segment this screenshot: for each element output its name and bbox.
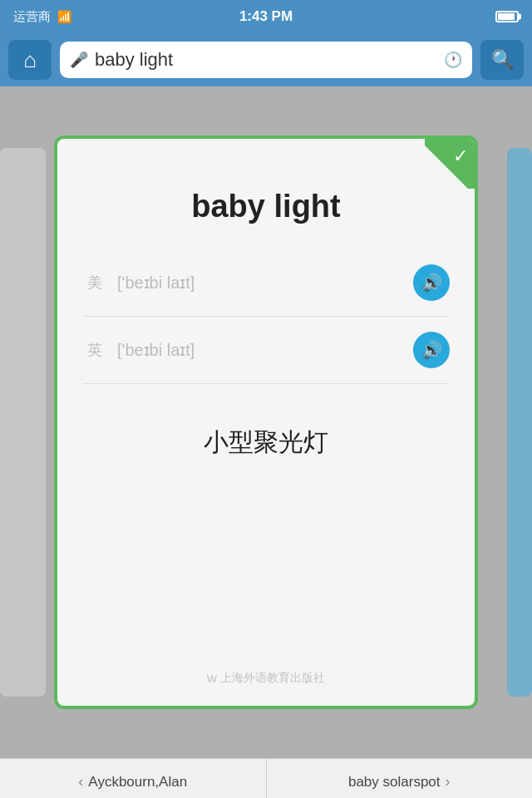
phonetic-us: ['beɪbi laɪt] [117,273,403,293]
home-icon: ⌂ [23,47,37,73]
prev-label: Ayckbourn,Alan [88,774,187,791]
side-card-left [0,148,46,697]
pronunciation-section: 美 ['beɪbi laɪt] 🔊 英 ['beɪbi laɪt] 🔊 [57,249,475,384]
battery-icon [495,11,519,22]
dictionary-card: ✓ baby light 美 ['beɪbi laɪt] 🔊 英 ['beɪbi… [54,135,478,709]
time-label: 1:43 PM [239,8,293,25]
status-right [495,11,519,22]
speaker-icon-uk: 🔊 [421,340,442,360]
card-definition: 小型聚光灯 [204,426,328,460]
main-area: ✓ baby light 美 ['beɪbi laɪt] 🔊 英 ['beɪbi… [0,86,532,758]
card-publisher: W 上海外语教育出版社 [207,671,325,686]
search-icon: 🔍 [491,49,514,71]
status-left: 运营商 📶 [13,9,71,25]
check-icon: ✓ [453,145,468,167]
status-bar: 运营商 📶 1:43 PM [0,0,532,33]
speaker-icon-us: 🔊 [421,273,442,293]
publisher-name: 上海外语教育出版社 [220,671,325,686]
corner-check: ✓ [425,139,475,189]
pronunciation-row-us: 美 ['beɪbi laɪt] 🔊 [82,249,450,317]
search-bar: ⌂ 🎤 baby light 🕐 🔍 [0,33,532,86]
nav-prev[interactable]: ‹ Ayckbourn,Alan [0,759,267,798]
bottom-nav: ‹ Ayckbourn,Alan baby solarspot › [0,758,532,798]
card-word: baby light [191,189,340,224]
pronunciation-label-us: 美 [82,273,107,293]
pronunciation-row-uk: 英 ['beɪbi laɪt] 🔊 [82,317,450,384]
carrier-label: 运营商 [13,9,51,25]
publisher-logo: W [207,672,217,685]
nav-next[interactable]: baby solarspot › [267,759,533,798]
pronunciation-label-uk: 英 [82,340,107,360]
search-input[interactable]: baby light [95,49,437,71]
next-arrow-icon: › [446,773,451,791]
clock-icon: 🕐 [444,51,462,69]
mic-icon: 🎤 [70,51,88,69]
search-input-wrap[interactable]: 🎤 baby light 🕐 [60,42,472,78]
prev-arrow-icon: ‹ [78,773,83,791]
phonetic-uk: ['beɪbi laɪt] [117,340,403,360]
wifi-icon: 📶 [57,10,71,23]
play-us-button[interactable]: 🔊 [413,264,450,301]
side-card-right [507,148,532,697]
battery-fill [498,13,515,20]
play-uk-button[interactable]: 🔊 [413,332,450,368]
home-button[interactable]: ⌂ [8,40,52,80]
next-label: baby solarspot [348,774,441,791]
search-button[interactable]: 🔍 [480,40,524,80]
